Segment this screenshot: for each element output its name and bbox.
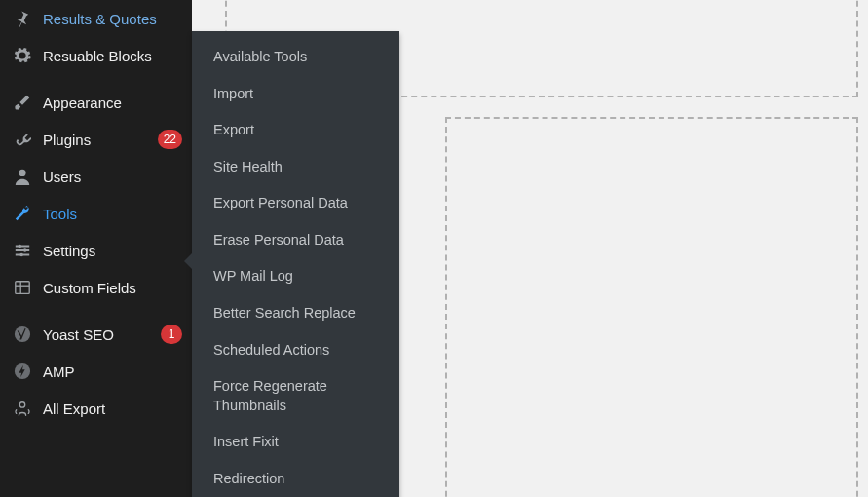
amp-icon: [12, 361, 33, 382]
sidebar-item-yoast-seo[interactable]: Yoast SEO 1: [0, 316, 192, 353]
submenu-item-scheduled-actions[interactable]: Scheduled Actions: [192, 332, 399, 369]
sidebar-item-settings[interactable]: Settings: [0, 232, 192, 269]
svg-rect-4: [16, 282, 29, 294]
plugins-badge: 22: [158, 130, 182, 149]
sidebar-item-amp[interactable]: AMP: [0, 353, 192, 390]
sidebar-item-label: Users: [43, 169, 182, 185]
sidebar-item-tools[interactable]: Tools: [0, 195, 192, 232]
sidebar-item-results-quotes[interactable]: Results & Quotes: [0, 0, 192, 37]
submenu-item-erase-personal-data[interactable]: Erase Personal Data: [192, 222, 399, 259]
submenu-item-site-health[interactable]: Site Health: [192, 149, 399, 186]
yoast-badge: 1: [161, 325, 182, 344]
svg-point-0: [19, 170, 25, 176]
svg-point-3: [19, 253, 23, 257]
submenu-item-wp-mail-log[interactable]: WP Mail Log: [192, 258, 399, 295]
sidebar-item-reusable-blocks[interactable]: Resuable Blocks: [0, 37, 192, 74]
sidebar-item-custom-fields[interactable]: Custom Fields: [0, 269, 192, 306]
grid-icon: [12, 277, 33, 298]
sidebar-item-label: Settings: [43, 243, 182, 259]
tools-submenu: Available Tools Import Export Site Healt…: [192, 31, 399, 497]
user-icon: [12, 166, 33, 187]
sidebar-item-label: Tools: [43, 206, 182, 222]
submenu-item-better-search-replace[interactable]: Better Search Replace: [192, 295, 399, 332]
sidebar-item-label: Appearance: [43, 95, 182, 111]
submenu-item-redirection[interactable]: Redirection: [192, 461, 399, 497]
sidebar-item-label: AMP: [43, 363, 182, 380]
sidebar-item-label: Yoast SEO: [43, 326, 155, 343]
sidebar-item-label: Plugins: [43, 132, 152, 148]
svg-point-9: [19, 402, 24, 407]
gear-icon: [12, 45, 33, 66]
dashed-placeholder-bottom: [445, 117, 858, 497]
submenu-item-export[interactable]: Export: [192, 112, 399, 149]
admin-sidebar: Results & Quotes Resuable Blocks Appeara…: [0, 0, 192, 497]
submenu-item-insert-fixit[interactable]: Insert Fixit: [192, 424, 399, 461]
submenu-item-import[interactable]: Import: [192, 76, 399, 113]
svg-point-1: [19, 245, 22, 248]
sidebar-item-plugins[interactable]: Plugins 22: [0, 121, 192, 158]
sidebar-item-label: All Export: [43, 401, 182, 417]
svg-point-2: [23, 248, 27, 252]
export-icon: [12, 398, 33, 419]
pin-icon: [12, 8, 33, 29]
brush-icon: [12, 92, 33, 113]
sidebar-item-label: Results & Quotes: [43, 11, 182, 27]
sidebar-item-label: Resuable Blocks: [43, 48, 182, 64]
sidebar-item-appearance[interactable]: Appearance: [0, 84, 192, 121]
plug-icon: [12, 129, 33, 150]
yoast-icon: [12, 324, 33, 345]
menu-separator: [0, 306, 192, 316]
wrench-icon: [12, 203, 33, 224]
sidebar-item-all-export[interactable]: All Export: [0, 390, 192, 427]
submenu-item-available-tools[interactable]: Available Tools: [192, 39, 399, 76]
menu-separator: [0, 74, 192, 84]
sidebar-item-label: Custom Fields: [43, 280, 182, 296]
submenu-item-force-regenerate-thumbnails[interactable]: Force Regenerate Thumbnails: [192, 368, 399, 424]
sidebar-item-users[interactable]: Users: [0, 158, 192, 195]
submenu-item-export-personal-data[interactable]: Export Personal Data: [192, 185, 399, 222]
sliders-icon: [12, 240, 33, 261]
